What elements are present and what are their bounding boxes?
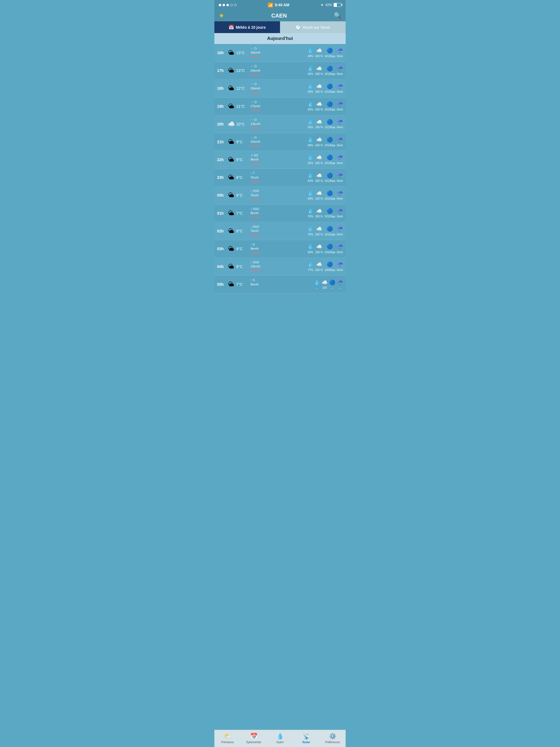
- pressure-stat: 🔵 1013hpa: [325, 154, 335, 164]
- rain-value: 0mm: [337, 54, 343, 58]
- cloud-value: 100 %: [315, 215, 323, 218]
- pressure-icon: 🔵: [327, 261, 333, 268]
- rain-icon: ☂️: [337, 154, 343, 161]
- cloud-value: 100 %: [315, 179, 323, 183]
- bluetooth-icon: ✦: [321, 3, 324, 7]
- wind-direction: ↑ S: [251, 242, 307, 247]
- nav-ephemeride-label: Éphéméride: [246, 741, 261, 744]
- wind-speed: 10km/h: [251, 140, 307, 144]
- cloud-icon: ☁️: [316, 66, 322, 72]
- temperature: 9°C: [236, 157, 248, 162]
- pressure-stat: 🔵 1013hpa: [325, 119, 335, 129]
- pressure-stat: 🔵 1010hpa: [325, 243, 335, 254]
- pressure-stat: 🔵 ...: [329, 279, 335, 289]
- battery-icon: [334, 3, 341, 7]
- weather-icon: 🌥: [226, 228, 236, 235]
- wind-direction: ↗ SO: [251, 153, 307, 157]
- weather-icon: 🌥: [226, 156, 236, 163]
- pressure-stat: 🔵 1013hpa: [325, 101, 335, 111]
- weather-icon: 🌥: [226, 174, 236, 181]
- table-row: 17h 🌥 13°C → O 24km/h 48km/h 💧 45% ☁️ 10…: [214, 62, 346, 80]
- rain-value: 0mm: [337, 268, 343, 272]
- pressure-stat: 🔵 1013hpa: [325, 48, 335, 58]
- rain-icon: ☂️: [337, 226, 343, 232]
- humidity-stat: 💧 70%: [307, 208, 313, 218]
- weather-icon: 🌥: [226, 103, 236, 110]
- cloud-value: 100 %: [315, 161, 323, 165]
- bottom-nav: ⛅ Prévisions 📅 Éphéméride 💧 Hydro 📡 Rada…: [214, 730, 346, 747]
- nav-radar[interactable]: 📡 Radar: [293, 732, 320, 745]
- ephemeride-icon: 📅: [250, 733, 258, 740]
- rain-value: 0mm: [337, 197, 343, 200]
- dot-2: [223, 4, 225, 6]
- cloud-stat: ☁️ 100 %: [315, 226, 323, 236]
- nav-previsions[interactable]: ⛅ Prévisions: [214, 732, 240, 745]
- rain-value: ...: [339, 286, 341, 289]
- rain-value: 0mm: [337, 215, 343, 218]
- wind-gust: 24km/h: [251, 144, 307, 148]
- wind-gust: ...: [251, 287, 314, 291]
- weather-icon: 🌥: [226, 85, 236, 92]
- weather-stats: 💧 60% ☁️ 100 % 🔵 1013hpa ☂️ 0mm: [307, 137, 343, 147]
- weather-rows: 16h 🌥 13°C → O 26km/h 48km/h 💧 48% ☁️ 10…: [214, 44, 346, 730]
- pressure-stat: 🔵 1013hpa: [325, 83, 335, 94]
- cloud-icon: ☁️: [316, 119, 322, 125]
- cloud-icon: ☁️: [316, 208, 322, 214]
- wind-info: → O 26km/h 48km/h: [248, 47, 307, 59]
- nav-hydro-label: Hydro: [276, 741, 284, 744]
- humidity-icon: 💧: [307, 190, 313, 197]
- pressure-stat: 🔵 1009hpa: [325, 261, 335, 272]
- temperature: 7°C: [236, 282, 248, 287]
- humidity-value: 69%: [308, 251, 313, 254]
- favorite-star-icon[interactable]: ★: [219, 12, 224, 19]
- rain-stat: ☂️ ...: [337, 279, 343, 289]
- weather-stats: 💧 77% ☁️ 100 % 🔵 1009hpa ☂️ 0mm: [307, 261, 343, 272]
- pressure-value: 1011hpa: [325, 233, 335, 236]
- rain-value: 0mm: [337, 72, 343, 76]
- pressure-value: 1013hpa: [325, 72, 335, 76]
- humidity-value: 69%: [308, 197, 313, 200]
- pressure-icon: 🔵: [327, 48, 333, 54]
- rain-icon: ☂️: [337, 119, 343, 125]
- table-row: 19h 🌥 11°C → O 17km/h 37km/h 💧 50% ☁️ 10…: [214, 98, 346, 115]
- tab-meteo-10-jours[interactable]: 📅 Météo à 10 jours: [214, 21, 280, 33]
- nav-preferences[interactable]: ⚙️ Préférences: [320, 732, 346, 745]
- wind-info: ↑ S 9km/h 16km/h: [248, 242, 307, 255]
- cloud-icon: ☁️: [316, 83, 322, 90]
- humidity-icon: 💧: [307, 173, 313, 179]
- wind-speed: 7km/h: [251, 176, 307, 180]
- wind-gust: 48km/h: [251, 55, 307, 59]
- rain-icon: ☂️: [337, 83, 343, 90]
- wind-direction: → O: [251, 118, 307, 122]
- cloud-icon: ☁️: [316, 173, 322, 179]
- dot-5: [234, 4, 236, 6]
- cloud-value: 100 %: [315, 72, 323, 76]
- gear-icon: ⚙️: [329, 733, 336, 740]
- rain-stat: ☂️ 0mm: [337, 208, 343, 218]
- cloud-value: 100 %: [315, 54, 323, 58]
- wind-gust: 15km/h: [251, 215, 307, 219]
- table-row: 16h 🌥 13°C → O 26km/h 48km/h 💧 48% ☁️ 10…: [214, 44, 346, 62]
- clock-icon: 🕐: [295, 25, 301, 30]
- humidity-value: 50%: [308, 90, 313, 94]
- humidity-icon: 💧: [307, 243, 313, 250]
- nav-hydro[interactable]: 💧 Hydro: [267, 732, 293, 745]
- rain-value: 0mm: [337, 90, 343, 94]
- cloud-icon: ☁️: [322, 279, 328, 286]
- rain-value: 0mm: [337, 126, 343, 129]
- search-icon[interactable]: 🔍: [334, 12, 341, 19]
- pressure-value: 1013hpa: [325, 161, 335, 165]
- rain-stat: ☂️ 0mm: [337, 243, 343, 254]
- humidity-stat: 💧 50%: [307, 83, 313, 94]
- tab-heure-par-heure[interactable]: 🕐 Heure par heure: [280, 21, 346, 33]
- humidity-value: 70%: [308, 215, 313, 218]
- weather-stats: 💧 48% ☁️ 100 % 🔵 1013hpa ☂️ 0mm: [307, 48, 343, 58]
- cloud-icon: ☁️: [316, 154, 322, 161]
- cloud-icon: ☁️: [316, 261, 322, 268]
- weather-stats: 💧 70% ☁️ 100 % 🔵 1012hpa ☂️ 0mm: [307, 208, 343, 218]
- hydro-icon: 💧: [276, 733, 284, 740]
- nav-ephemeride[interactable]: 📅 Éphéméride: [240, 732, 267, 745]
- rain-value: 0mm: [337, 251, 343, 254]
- wind-gust: 32km/h: [251, 126, 307, 130]
- wind-gust: 14km/h: [251, 198, 307, 202]
